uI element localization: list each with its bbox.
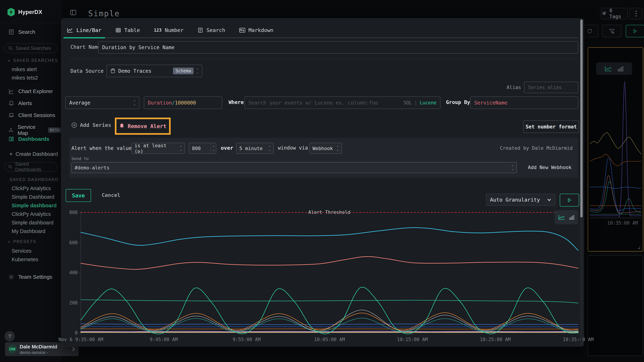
saved-dashboard-item[interactable]: ClickPy Analytics xyxy=(12,185,51,191)
aggregation-select[interactable]: Average ⌃⌄ xyxy=(65,96,139,109)
saved-dashboard-item[interactable]: Simple Dashboard xyxy=(12,194,54,200)
tab-label: Line/Bar xyxy=(76,27,102,33)
field-token: / xyxy=(172,100,175,106)
comparator-value: is at least (≥) xyxy=(134,143,177,154)
channel-value: Webhook xyxy=(312,146,333,151)
schema-badge: Schema xyxy=(173,68,194,74)
aggregation-value: Average xyxy=(69,100,90,106)
sidebar-item-chart-explorer[interactable]: Chart Explorer xyxy=(8,88,53,94)
bell-icon xyxy=(8,100,14,106)
svg-text:10:15:00 AM: 10:15:00 AM xyxy=(397,337,428,342)
search-list-icon xyxy=(198,27,203,33)
set-number-format-button[interactable]: Set number format xyxy=(523,120,579,133)
threshold-input[interactable]: 800 ⌃⌄ xyxy=(189,143,216,154)
saved-dashboards-header[interactable]: SAVED DASHBOARDS xyxy=(7,177,59,182)
add-new-webhook-button[interactable]: Add New Webhook xyxy=(528,165,572,170)
collapse-sidebar-button[interactable] xyxy=(70,9,77,16)
lucene-toggle[interactable]: Lucene xyxy=(420,100,436,105)
help-button[interactable]: ? xyxy=(4,331,15,342)
svg-text:9:55:00 AM: 9:55:00 AM xyxy=(232,337,261,342)
data-source-select[interactable]: Demo Traces Schema ⌃⌄ xyxy=(106,65,202,77)
svg-text:600: 600 xyxy=(69,240,78,245)
kebab-menu-icon xyxy=(635,10,637,17)
comparator-select[interactable]: is at least (≥) ⌃⌄ xyxy=(131,143,185,154)
tab-table[interactable]: Table xyxy=(114,23,141,37)
sidebar-item-client-sessions[interactable]: Client Sessions xyxy=(8,112,55,118)
preset-item[interactable]: Kubernetes xyxy=(12,257,38,262)
webhook-select[interactable]: #demo-alerts ⌃⌄ xyxy=(72,162,517,173)
save-button[interactable]: Save xyxy=(66,189,91,202)
data-source-label: Data Source xyxy=(70,68,104,74)
saved-dashboards-input[interactable]: Saved Dashboards xyxy=(4,162,57,172)
bar-chart-icon xyxy=(618,66,624,72)
field-input[interactable]: Duration/1000000 xyxy=(144,96,222,109)
saved-search-item[interactable]: mikes tets2 xyxy=(12,75,38,81)
tab-markdown[interactable]: Markdown xyxy=(238,23,274,37)
duration-chart[interactable]: 0200400600800Nov 6 9:35:00 AM9:45:00 AM9… xyxy=(66,207,578,347)
run-query-button-bg[interactable] xyxy=(626,25,644,37)
create-dashboard-button[interactable]: + Create Dashboard xyxy=(9,151,58,158)
filter-button[interactable] xyxy=(602,25,622,37)
brand[interactable]: HyperDX xyxy=(8,8,42,16)
service-map-icon xyxy=(8,127,14,133)
sidebar-divider xyxy=(0,23,61,23)
data-source-value: Demo Traces xyxy=(118,68,151,74)
group-by-input[interactable]: ServiceName xyxy=(470,96,578,109)
resize-handle-icon[interactable] xyxy=(636,245,640,249)
saved-dashboard-item[interactable]: My Dashboard xyxy=(12,228,46,234)
sidebar-item-team-settings[interactable]: Team Settings xyxy=(8,274,52,280)
tags-button[interactable]: 0 Tags xyxy=(601,8,628,19)
modal-scrollbar-track[interactable] xyxy=(580,19,583,345)
play-icon xyxy=(567,198,572,202)
saved-searches-input[interactable]: Saved Searches xyxy=(4,43,57,53)
sql-toggle[interactable]: SQL xyxy=(404,100,412,105)
panel-left-icon xyxy=(70,9,77,16)
more-menu-button[interactable] xyxy=(630,8,642,19)
chart-type-toggle-bg[interactable] xyxy=(596,62,632,75)
created-by-label: Created by Dale McDiarmid xyxy=(500,145,572,151)
chart-type-tabs: Line/Bar Table 123 Number Search Markdow… xyxy=(66,23,578,38)
modal-scrollbar-thumb[interactable] xyxy=(580,19,583,217)
alias-label: Alias xyxy=(496,85,521,90)
saved-dashboards-placeholder: Saved Dashboards xyxy=(15,161,53,173)
tab-number[interactable]: 123 Number xyxy=(153,23,184,37)
saved-search-item[interactable]: mikes alert xyxy=(12,66,37,72)
saved-dashboard-item[interactable]: Simple dashboard xyxy=(12,203,56,208)
number-stepper[interactable]: ⌃⌄ xyxy=(211,143,216,154)
user-subtitle: demo-service - xyxy=(20,350,48,355)
threshold-value: 800 xyxy=(192,146,201,151)
hyperdx-logo-icon xyxy=(8,8,15,16)
tab-line-bar[interactable]: Line/Bar xyxy=(66,23,102,37)
add-series-button[interactable]: Add Series xyxy=(72,122,111,128)
granularity-value: Auto Granularity xyxy=(490,197,540,203)
chart-name-input[interactable]: Duration by Service Name xyxy=(98,41,578,54)
alias-input[interactable]: Series alias xyxy=(524,82,578,93)
window-value: 5 minute xyxy=(239,146,262,151)
saved-dashboard-item[interactable]: Simple dashboard xyxy=(12,220,54,226)
set-number-format-label: Set number format xyxy=(526,124,577,130)
run-chart-button[interactable] xyxy=(560,194,579,206)
where-placeholder: Search your events w/ Lucene ex. column:… xyxy=(248,100,378,106)
search-icon xyxy=(8,46,13,51)
sidebar-item-alerts[interactable]: Alerts xyxy=(8,100,32,106)
saved-searches-header[interactable]: SAVED SEARCHES xyxy=(7,58,58,63)
preset-item[interactable]: Services xyxy=(12,248,32,254)
presets-header[interactable]: PRESETS xyxy=(7,239,36,244)
channel-select[interactable]: Webhook ⌃⌄ xyxy=(309,143,342,154)
saved-dashboard-item[interactable]: ClickPy Analytics xyxy=(12,211,51,217)
granularity-select[interactable]: Auto Granularity xyxy=(486,194,556,206)
laptop-icon xyxy=(8,112,14,118)
cancel-button[interactable]: Cancel xyxy=(102,192,120,198)
sidebar-item-dashboards[interactable]: Dashboards xyxy=(8,136,49,142)
sidebar-item-service-map[interactable]: Service Map BETA xyxy=(8,124,61,136)
window-select[interactable]: 5 minute ⌃⌄ xyxy=(236,143,274,154)
tab-search[interactable]: Search xyxy=(196,23,226,37)
sidebar-item-label: Service Map xyxy=(18,124,44,136)
remove-alert-button[interactable]: Remove Alert xyxy=(115,118,171,135)
where-search-input[interactable]: Search your events w/ Lucene ex. column:… xyxy=(244,96,440,109)
field-token: Duration xyxy=(148,100,172,106)
sidebar-item-search[interactable]: Search xyxy=(8,29,35,35)
tag-icon xyxy=(602,11,607,16)
chart-type-toggle[interactable] xyxy=(555,210,578,224)
bar-chart-icon xyxy=(569,215,574,220)
